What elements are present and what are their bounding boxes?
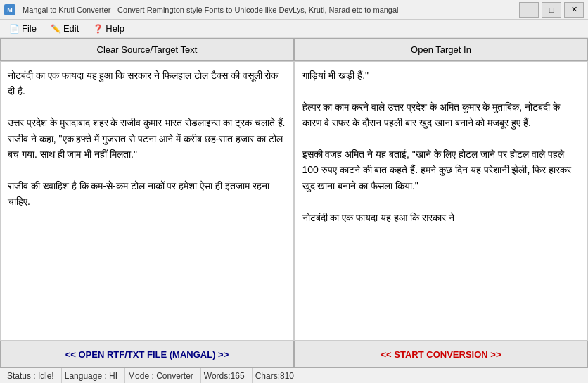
chars-text: Chars:810 — [255, 371, 294, 381]
right-panel: गाड़ियां भी खड़ी हैं." हेल्पर का काम करन… — [295, 61, 589, 341]
help-icon: ❓ — [93, 24, 103, 34]
file-icon: 📄 — [9, 24, 20, 34]
status-text: Status : Idle! — [7, 371, 54, 381]
menu-help-label: Help — [106, 23, 124, 34]
top-buttons: Clear Source/Target Text Open Target In — [0, 38, 588, 61]
bottom-buttons: << OPEN RTF/TXT FILE (MANGAL) >> << STAR… — [0, 341, 588, 368]
language-text: Language : HI — [65, 371, 117, 381]
main-content: नोटबंदी का एक फायदा यह हुआ कि सरकार ने फ… — [0, 61, 588, 341]
status-language: Language : HI — [62, 368, 125, 383]
start-conversion-button[interactable]: << START CONVERSION >> — [294, 341, 588, 368]
words-text: Words:165 — [204, 371, 245, 381]
menu-bar: 📄 File ✏️ Edit ❓ Help — [0, 20, 588, 38]
menu-edit-label: Edit — [63, 23, 79, 34]
left-panel: नोटबंदी का एक फायदा यह हुआ कि सरकार ने फ… — [0, 61, 295, 341]
mode-text: Mode : Converter — [128, 371, 193, 381]
clear-button[interactable]: Clear Source/Target Text — [0, 38, 294, 61]
minimize-button[interactable]: — — [519, 2, 539, 18]
menu-file-label: File — [22, 23, 37, 34]
source-text-area[interactable]: नोटबंदी का एक फायदा यह हुआ कि सरकार ने फ… — [0, 61, 294, 341]
close-button[interactable]: ✕ — [564, 2, 584, 18]
target-text-area[interactable]: गाड़ियां भी खड़ी हैं." हेल्पर का काम करन… — [295, 61, 589, 341]
status-mode: Mode : Converter — [125, 368, 201, 383]
open-target-button[interactable]: Open Target In — [294, 38, 588, 61]
maximize-button[interactable]: □ — [542, 2, 561, 18]
menu-edit[interactable]: ✏️ Edit — [44, 21, 85, 36]
status-chars: Chars:810 — [253, 368, 301, 383]
edit-icon: ✏️ — [51, 24, 61, 34]
status-words: Words:165 — [201, 368, 253, 383]
window-title: Mangal to Kruti Converter - Convert Remi… — [23, 6, 399, 14]
status-bar: Status : Idle! Language : HI Mode : Conv… — [0, 368, 588, 383]
open-file-button[interactable]: << OPEN RTF/TXT FILE (MANGAL) >> — [0, 341, 294, 368]
status-idle: Status : Idle! — [4, 368, 62, 383]
app-icon: M — [4, 4, 15, 15]
menu-file[interactable]: 📄 File — [3, 21, 43, 36]
title-bar: M Mangal to Kruti Converter - Convert Re… — [0, 0, 588, 20]
menu-help[interactable]: ❓ Help — [87, 21, 131, 36]
